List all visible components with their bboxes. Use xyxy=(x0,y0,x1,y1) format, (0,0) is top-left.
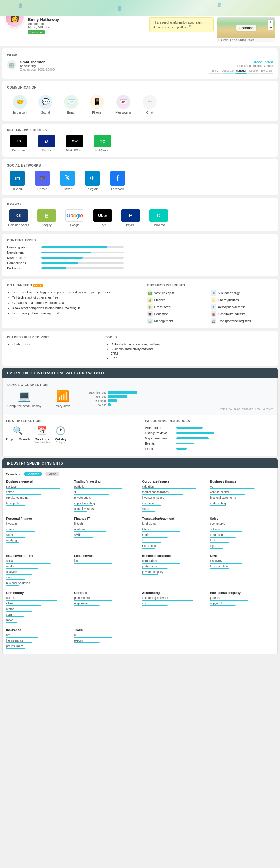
brand-deliveroo-label: Deliveroo xyxy=(147,223,170,227)
search-icon: 🔍 xyxy=(6,426,30,436)
insight-tag-petins: pet insurance xyxy=(6,645,70,648)
work-icon: 🏢 xyxy=(7,60,16,69)
interaction-midday: 🕐 Mid day 1-3 pm xyxy=(55,426,67,444)
content-types-title: CONTENT TYPES xyxy=(7,239,273,242)
insight-tag-copyright: copyright xyxy=(210,602,274,605)
resource-events: Events xyxy=(145,442,274,445)
insight-tag-investing: investing xyxy=(6,522,70,525)
insight-col-title-bizstructure: Business structure xyxy=(142,554,206,557)
media-techcrunch: TC TechCrunch xyxy=(91,135,114,152)
insight-tag-procurement: procurement xyxy=(74,596,138,599)
insight-col-title-bg: Business general xyxy=(6,480,70,483)
views-tab[interactable]: Views xyxy=(45,472,59,476)
insight-tag-erp: erp xyxy=(142,539,206,542)
media-disney: D Disney xyxy=(35,135,58,152)
insight-col-title-sales: Sales xyxy=(210,517,274,520)
media-pitchbook-label: PitchBook xyxy=(7,149,30,152)
device-speed: 📶 Very slow xyxy=(48,390,78,408)
social-telegram: ✈ Telegram xyxy=(82,170,103,191)
bi-nuclear: ⚛ Nuclear energy xyxy=(211,290,273,296)
insight-tag-travelpork: travelpork xyxy=(6,502,70,505)
insight-tag-coffee-bg: coffee xyxy=(6,491,70,494)
insight-tag-angel: angel investors xyxy=(74,507,138,510)
insight-tag-automation: automation xyxy=(210,533,274,536)
brand-google-label: Google xyxy=(63,223,86,227)
brand-paypal: P PayPal xyxy=(119,210,142,227)
places-title: PLACES LIKELY TO VISIT xyxy=(7,335,91,339)
goal-3: Get acces to a companys client data xyxy=(12,301,133,304)
calendar-icon: 📅 xyxy=(34,426,50,436)
emily-interactions-title: EMILY'S LIKELY INTERACTIONS WITH YOUR WE… xyxy=(7,371,273,375)
interaction-midday-label: Mid day xyxy=(55,437,67,441)
media-grid: PB PitchBook D Disney MW MarketWatch TC … xyxy=(7,135,273,152)
social-twitter-label: Twitter xyxy=(57,188,78,191)
places-list: Conferences xyxy=(7,342,91,346)
interaction-weekday-label: Weekday xyxy=(34,437,50,441)
insight-tag-stocks2: stocks xyxy=(6,533,70,536)
brand-goldman-label: Goldman Sachs xyxy=(7,223,30,227)
brands-title: BRANDS xyxy=(7,203,273,206)
speed-moderate: Moderate xyxy=(242,408,253,410)
profile-badge: Business xyxy=(28,30,45,34)
insight-tag-99: 99 xyxy=(74,491,138,494)
insight-tag-underwriting: underwriting xyxy=(210,502,274,505)
content-bar-newsletters: Newsletters xyxy=(7,251,124,254)
quote-close: " xyxy=(189,25,191,29)
insight-tag-corn: corn xyxy=(6,613,70,616)
speed-veryfast: Very fast xyxy=(262,408,273,410)
insight-col-civil: Civil discovery transportation xyxy=(210,554,274,587)
goal-4: Know what companies is elon musk investi… xyxy=(12,306,133,310)
insight-col-insurance: Insurance erp life insurance pet insuran… xyxy=(6,628,70,650)
content-bar-podcasts: Podcasts xyxy=(7,267,124,270)
places-tools-section: PLACES LIKELY TO VISIT Conferences TOOLS… xyxy=(2,331,278,366)
insight-tag-ecommerce: ecommerce xyxy=(210,522,274,525)
speed-fast: Fast xyxy=(255,408,260,410)
insight-col-accounting: Accounting accounting software abc xyxy=(142,591,206,624)
brand-deliveroo: D Deliveroo xyxy=(147,210,170,227)
interaction-resources-row: FIRST INTERACTION 🔍 Organic Search 📅 Wee… xyxy=(2,415,278,456)
place-conferences: Conferences xyxy=(12,342,91,346)
insight-col-contract: Contract procurement engineering xyxy=(74,591,138,624)
brand-google: Google Google xyxy=(63,210,86,227)
goal-2: Tell tech stack of other sites free xyxy=(12,296,133,299)
goals-list: Learn what are the biggest companies own… xyxy=(7,290,133,315)
insight-tag-accsoftware: accounting software xyxy=(142,596,206,599)
tool-3: CRM xyxy=(110,352,273,355)
insight-col-title-contract: Contract xyxy=(74,591,138,594)
social-grid: in LinkedIn 🎮 Discord 𝕏 Twitter ✈ Telegr… xyxy=(7,170,273,191)
profile-name: Emily Hathaway xyxy=(28,17,147,22)
insight-col-title-accounting: Accounting xyxy=(142,591,206,594)
insight-col-bizfinance: Business finance vc venture capital fina… xyxy=(210,480,274,513)
content-bar-news: News articles xyxy=(7,256,124,259)
insight-tag-silver: silver xyxy=(6,602,70,605)
brand-paypal-label: PayPal xyxy=(119,223,142,227)
insight-col-ip: Intellectual property patents copyright xyxy=(210,591,274,624)
insight-col-title-ip: Intellectual property xyxy=(210,591,274,594)
insight-tag-abc: abc xyxy=(142,602,206,605)
insight-col-title-insurance: Insurance xyxy=(6,628,70,632)
brand-shopify-label: Shopify xyxy=(35,223,58,227)
content-label-news: News articles xyxy=(7,256,39,259)
social-linkedin-label: LinkedIn xyxy=(7,188,27,191)
interaction-grid: 🔍 Organic Search 📅 Weekday Wednesday 🕐 M… xyxy=(6,426,135,444)
insight-tag-finstatements: financial statements xyxy=(210,496,274,499)
map-visual: +− Chicago xyxy=(217,18,275,38)
insight-tag-hmig: hmig xyxy=(210,539,274,542)
bi-crops: 🌾 Crops/seed xyxy=(147,304,209,310)
insight-tag-stocks: stocks xyxy=(142,507,206,510)
conn-low: Low-end xyxy=(84,403,273,406)
work-department: Accounting xyxy=(20,64,205,68)
insight-col-sales: Sales ecommerce software automation hmig… xyxy=(210,517,274,550)
media-pitchbook: PB PitchBook xyxy=(7,135,30,152)
searches-tab[interactable]: Searches xyxy=(24,472,42,476)
insight-col-title-commodity: Commodity xyxy=(6,591,70,594)
insight-tag-swift: swift xyxy=(74,533,138,536)
comm-email: ✉️ Email xyxy=(58,93,84,117)
insight-col-title-transaction: Transaction/payment xyxy=(142,517,206,520)
comm-email-label: Email xyxy=(64,111,78,114)
comm-social-label: Social xyxy=(38,111,53,114)
insight-col-title-strategy: Strategy/planning xyxy=(6,554,70,557)
insight-tag-bitcoin: bitcoin xyxy=(142,528,206,531)
content-types-section: CONTENT TYPES How-to guides Newsletters … xyxy=(2,234,278,276)
social-discord-label: Discord xyxy=(32,188,53,191)
